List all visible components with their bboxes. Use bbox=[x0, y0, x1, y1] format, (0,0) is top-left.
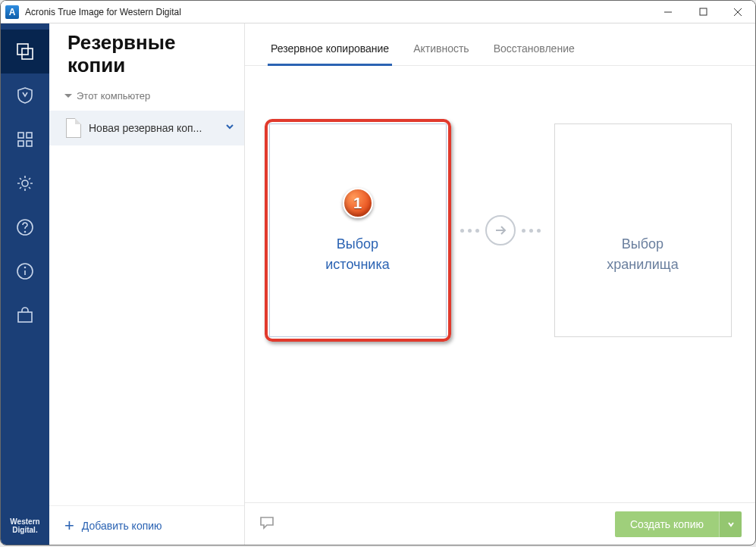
create-backup-dropdown[interactable] bbox=[719, 511, 742, 537]
nav-protection-icon[interactable] bbox=[1, 73, 49, 117]
dest-label-l2: хранилища bbox=[607, 257, 678, 273]
brand-line1: Western bbox=[1, 517, 49, 526]
callout-badge: 1 bbox=[343, 188, 373, 218]
brand-logo: Western Digital. bbox=[1, 510, 49, 545]
brand-line2: Digital. bbox=[1, 526, 49, 534]
create-backup-button-group: Создать копию bbox=[615, 511, 742, 537]
arrow-right-icon bbox=[485, 215, 516, 245]
app-icon: A bbox=[5, 5, 19, 19]
chevron-down-icon[interactable] bbox=[224, 121, 235, 135]
comment-icon[interactable] bbox=[259, 514, 275, 534]
dest-label-l1: Выбор bbox=[622, 236, 663, 252]
nav-store-icon[interactable] bbox=[1, 293, 49, 337]
sidebar-heading-l2: копии bbox=[67, 54, 244, 77]
window-controls bbox=[651, 1, 755, 23]
maximize-button[interactable] bbox=[685, 1, 720, 23]
svg-rect-9 bbox=[27, 141, 32, 146]
nav-tools-icon[interactable] bbox=[1, 117, 49, 161]
sidebar-heading-l1: Резервные bbox=[67, 31, 244, 54]
svg-rect-5 bbox=[22, 48, 33, 59]
main-footer: Создать копию bbox=[245, 502, 755, 545]
svg-rect-1 bbox=[700, 8, 707, 15]
svg-point-15 bbox=[25, 267, 26, 268]
plus-icon: + bbox=[64, 517, 74, 534]
window-title: Acronis True Image for Western Digital bbox=[25, 7, 181, 17]
add-backup-button[interactable]: + Добавить копию bbox=[49, 505, 244, 545]
source-card-wrap: 1 Выбор источника bbox=[269, 123, 447, 337]
select-source-card[interactable]: 1 Выбор источника bbox=[269, 123, 447, 337]
select-destination-card[interactable]: Выбор хранилища bbox=[554, 123, 732, 337]
sidebar-heading: Резервные копии bbox=[67, 31, 244, 77]
nav-settings-icon[interactable] bbox=[1, 161, 49, 205]
nav-backup-icon[interactable] bbox=[1, 30, 49, 73]
svg-point-10 bbox=[22, 180, 28, 186]
svg-point-12 bbox=[25, 232, 26, 233]
dots-right bbox=[522, 229, 541, 233]
nav-info-icon[interactable] bbox=[1, 249, 49, 293]
svg-rect-7 bbox=[27, 133, 32, 138]
dots-left bbox=[460, 229, 479, 233]
sidebar: Резервные копии Этот компьютер Новая рез… bbox=[49, 23, 245, 545]
tabs: Резервное копирование Активность Восстан… bbox=[245, 23, 755, 66]
flow-connector bbox=[460, 215, 541, 245]
title-bar: A Acronis True Image for Western Digital bbox=[1, 1, 755, 23]
svg-rect-6 bbox=[18, 133, 24, 138]
sidebar-section-this-pc[interactable]: Этот компьютер bbox=[49, 87, 244, 105]
backup-canvas: 1 Выбор источника bbox=[245, 66, 755, 502]
add-backup-label: Добавить копию bbox=[82, 520, 162, 532]
backup-item-label: Новая резервная коп... bbox=[89, 122, 217, 134]
svg-rect-16 bbox=[18, 312, 32, 322]
app-window: A Acronis True Image for Western Digital bbox=[0, 0, 756, 545]
nav-help-icon[interactable] bbox=[1, 205, 49, 249]
tab-restore[interactable]: Восстановление bbox=[483, 42, 585, 65]
source-label-l1: Выбор bbox=[337, 236, 378, 252]
minimize-button[interactable] bbox=[651, 1, 685, 23]
create-backup-button[interactable]: Создать копию bbox=[615, 511, 719, 537]
nav-rail: Western Digital. bbox=[1, 23, 49, 545]
tab-backup[interactable]: Резервное копирование bbox=[260, 42, 400, 65]
close-button[interactable] bbox=[720, 1, 755, 23]
file-icon bbox=[66, 118, 81, 138]
main-panel: Резервное копирование Активность Восстан… bbox=[245, 23, 755, 545]
caret-down-icon bbox=[64, 94, 72, 98]
source-label-l2: источника bbox=[325, 257, 389, 273]
sidebar-section-label: Этот компьютер bbox=[77, 90, 150, 102]
svg-rect-8 bbox=[18, 141, 24, 146]
tab-activity[interactable]: Активность bbox=[403, 42, 480, 65]
sidebar-backup-item[interactable]: Новая резервная коп... bbox=[49, 111, 244, 145]
svg-rect-4 bbox=[17, 44, 28, 55]
